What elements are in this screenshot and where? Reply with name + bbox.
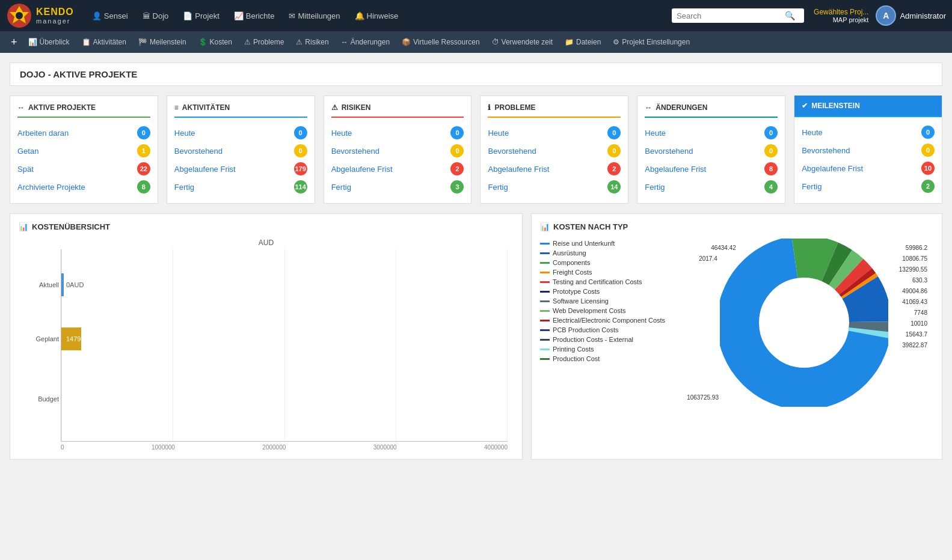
- user-area[interactable]: A Administrator: [876, 5, 946, 26]
- card-row[interactable]: Spät 22: [17, 160, 150, 178]
- bar-row-geplant: Geplant 1479890.41AUD: [61, 327, 115, 350]
- search-input[interactable]: [677, 11, 785, 20]
- meilenstein-title: MEILENSTEIN: [811, 102, 860, 110]
- badge: 0: [764, 126, 778, 139]
- nav-berichte[interactable]: 📈 Berichte: [228, 8, 281, 24]
- hinweise-icon: 🔔: [355, 11, 364, 20]
- card-aktive-projekte: ↔ AKTIVE PROJEKTE Arbeiten daran 0 Getan…: [10, 96, 158, 204]
- pie-legend: Reise und Unterkunft Ausrüstung Componen…: [540, 239, 665, 364]
- card-row[interactable]: Archivierte Projekte 8: [17, 178, 150, 196]
- card-row[interactable]: Arbeiten daran 0: [17, 124, 150, 142]
- row-label: Bevorstehend: [488, 147, 536, 156]
- verwendete-icon: ⏱: [492, 38, 499, 46]
- card-aktivitaten-header: ≡ AKTIVITÄTEN: [174, 103, 307, 118]
- legend-item: Ausrüstung: [540, 248, 665, 258]
- logo-kendo: KENDO: [36, 7, 74, 17]
- card-probleme-header: ℹ PROBLEME: [488, 103, 621, 118]
- nav-hinweise-label: Hinweise: [367, 11, 399, 20]
- search-box[interactable]: 🔍: [672, 8, 804, 23]
- nav-probleme[interactable]: ⚠ Probleme: [238, 35, 290, 49]
- nav-dojo[interactable]: 🏛 Dojo: [137, 8, 175, 24]
- card-row[interactable]: Getan 1: [17, 142, 150, 160]
- annotation-59986: 59986.2: [906, 245, 927, 251]
- card-row[interactable]: Bevorstehend 0: [488, 142, 621, 160]
- card-row[interactable]: Fertig 2: [802, 177, 935, 195]
- badge: 2: [921, 180, 935, 193]
- pie-chart-svg: [720, 239, 888, 407]
- legend-label: Electrical/Electronic Component Costs: [553, 317, 665, 324]
- grid-line: [173, 249, 173, 441]
- nav-einstellungen[interactable]: ⚙ Projekt Einstellungen: [607, 35, 696, 49]
- nav-virtuelle[interactable]: 📦 Virtuelle Ressourcen: [396, 35, 486, 49]
- card-row[interactable]: Heute 0: [174, 124, 307, 142]
- nav-hinweise[interactable]: 🔔 Hinweise: [349, 8, 405, 24]
- nav-projekt-label: Projekt: [195, 11, 219, 20]
- nav-verwendete[interactable]: ⏱ Verwendete zeit: [486, 35, 559, 49]
- badge: 0: [294, 144, 307, 157]
- card-row[interactable]: Bevorstehend 0: [802, 141, 935, 159]
- berichte-icon: 📈: [234, 11, 244, 20]
- card-row[interactable]: Abgelaufene Frist 179: [174, 160, 307, 178]
- second-navigation: + 📊 Überblick 📋 Aktivitäten 🏁 Meilenstei…: [0, 31, 952, 53]
- page-title: DOJO - AKTIVE PROJEKTE: [10, 62, 942, 86]
- legend-color: [540, 320, 550, 321]
- nav-risiken[interactable]: ⚠ Risiken: [290, 35, 334, 49]
- nav-projekt[interactable]: 📄 Projekt: [177, 8, 225, 24]
- probleme-title: PROBLEME: [494, 103, 535, 112]
- legend-color: [540, 252, 550, 254]
- legend-item: Testing and Certification Costs: [540, 277, 665, 287]
- card-row[interactable]: Fertig 114: [174, 178, 307, 196]
- card-row[interactable]: Abgelaufene Frist 2: [331, 160, 464, 178]
- legend-item: Software Licensing: [540, 296, 665, 306]
- projekt-icon: 📄: [183, 11, 192, 20]
- nav-meilenstein[interactable]: 🏁 Meilenstein: [132, 35, 192, 49]
- card-row[interactable]: Abgelaufene Frist 8: [645, 160, 778, 178]
- row-label: Abgelaufene Frist: [331, 165, 393, 174]
- card-row[interactable]: Bevorstehend 0: [645, 142, 778, 160]
- nav-mitteilungen[interactable]: ✉ Mitteilungen: [283, 8, 346, 24]
- logo[interactable]: KENDO manager: [6, 2, 74, 29]
- bar-label-budget: Budget: [20, 395, 59, 403]
- x-label-4: 4000000: [484, 444, 508, 451]
- dateien-icon: 📁: [565, 38, 574, 46]
- row-label: Abgelaufene Frist: [174, 165, 236, 174]
- legend-color: [540, 243, 550, 245]
- card-row[interactable]: Abgelaufene Frist 2: [488, 160, 621, 178]
- card-row[interactable]: Heute 0: [488, 124, 621, 142]
- probleme-icon: ⚠: [244, 38, 251, 46]
- card-row[interactable]: Heute 0: [331, 124, 464, 142]
- card-row[interactable]: Bevorstehend 0: [331, 142, 464, 160]
- nav-items: 👤 Sensei 🏛 Dojo 📄 Projekt 📈 Berichte ✉ M…: [86, 8, 672, 24]
- card-row[interactable]: Fertig 3: [331, 178, 464, 196]
- legend-color: [540, 339, 550, 341]
- nav-kosten[interactable]: 💲 Kosten: [192, 35, 238, 49]
- legend-label: Freight Costs: [553, 269, 592, 276]
- nav-sensei[interactable]: 👤 Sensei: [86, 8, 134, 24]
- row-label: Bevorstehend: [174, 147, 223, 156]
- card-risiken-header: ⚠ RISIKEN: [331, 103, 464, 118]
- nav-virtuelle-label: Virtuelle Ressourcen: [413, 38, 480, 46]
- nav-aktivitaten[interactable]: 📋 Aktivitäten: [76, 35, 132, 49]
- annotation-630: 630.3: [912, 277, 927, 284]
- card-row[interactable]: Bevorstehend 0: [174, 142, 307, 160]
- badge: 2: [450, 162, 464, 175]
- row-label: Heute: [174, 129, 195, 138]
- nav-anderungen[interactable]: ↔ Änderungen: [335, 35, 396, 49]
- card-risiken: ⚠ RISIKEN Heute 0 Bevorstehend 0 Abgelau…: [324, 96, 472, 204]
- badge: 14: [607, 180, 621, 193]
- nav-uberblick[interactable]: 📊 Überblick: [22, 35, 76, 49]
- card-row[interactable]: Heute 0: [802, 123, 935, 141]
- nav-dateien[interactable]: 📁 Dateien: [559, 35, 607, 49]
- row-label: Fertig: [174, 183, 194, 192]
- row-label: Heute: [331, 129, 352, 138]
- project-info[interactable]: Gewähltes Proj... MAP projekt: [814, 8, 868, 23]
- bar-fill-geplant: 1479890.41AUD: [61, 327, 81, 350]
- bar-row-aktuell: Aktuell 0AUD: [61, 273, 64, 296]
- legend-color: [540, 310, 550, 312]
- card-row[interactable]: Heute 0: [645, 124, 778, 142]
- add-button[interactable]: +: [6, 36, 22, 49]
- card-row[interactable]: Fertig 4: [645, 178, 778, 196]
- card-row[interactable]: Fertig 14: [488, 178, 621, 196]
- legend-item: Production Costs - External: [540, 335, 665, 344]
- card-row[interactable]: Abgelaufene Frist 10: [802, 159, 935, 177]
